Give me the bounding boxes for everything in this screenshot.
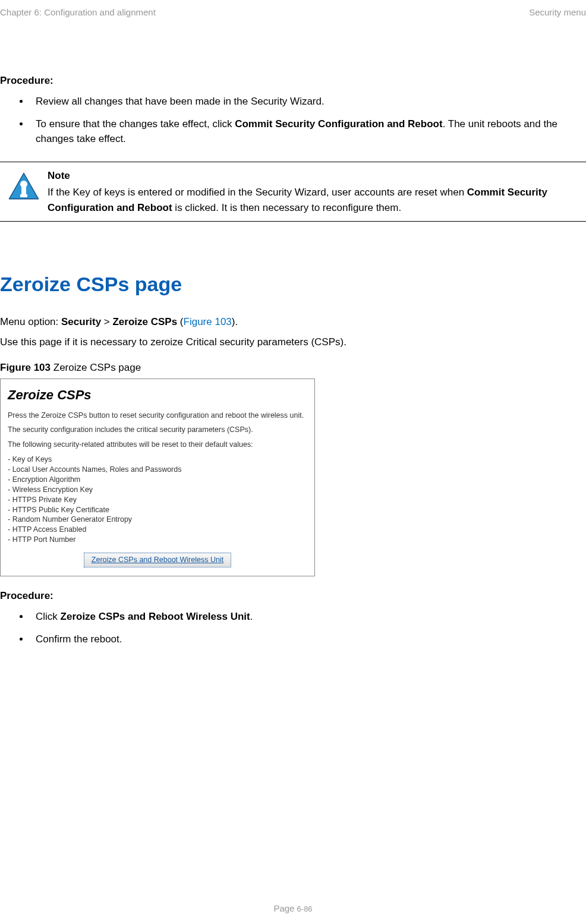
menu-gt: > — [101, 316, 112, 327]
list-item: Confirm the reboot. — [30, 632, 586, 647]
list-item: - HTTP Port Number — [8, 535, 307, 545]
zeroize-csps-button[interactable]: Zeroize CSPs and Reboot Wireless Unit — [84, 553, 231, 567]
figure-caption-bold: Figure 103 — [0, 362, 51, 373]
note-post: is clicked. It is then necessary to reco… — [172, 202, 402, 213]
figure-p3: The following security-related attribute… — [8, 440, 307, 450]
figure-caption: Figure 103 Zeroize CSPs page — [0, 360, 586, 376]
section-title: Zeroize CSPs page — [0, 269, 586, 299]
list-text: Confirm the reboot. — [36, 633, 122, 645]
procedure-1-list: Review all changes that have been made i… — [0, 94, 586, 147]
menu-option-line: Menu option: Security > Zeroize CSPs (Fi… — [0, 314, 586, 330]
figure-p2: The security configuration includes the … — [8, 425, 307, 435]
figure-103-screenshot: Zeroize CSPs Press the Zeroize CSPs butt… — [0, 379, 315, 576]
list-item: - HTTPS Public Key Certificate — [8, 505, 307, 515]
list-item: - Random Number Generator Entropy — [8, 515, 307, 525]
note-icon — [8, 171, 40, 201]
list-item: - Wireless Encryption Key — [8, 485, 307, 495]
list-item: - Key of Keys — [8, 455, 307, 465]
svg-rect-3 — [21, 187, 26, 195]
note-callout: Note If the Key of keys is entered or mo… — [0, 162, 586, 222]
list-item: Click Zeroize CSPs and Reboot Wireless U… — [30, 609, 586, 625]
footer-page-num: 6-86 — [297, 904, 313, 913]
footer-label: Page — [273, 903, 297, 913]
figure-caption-rest: Zeroize CSPs page — [51, 362, 141, 373]
svg-point-2 — [20, 181, 27, 188]
menu-pre: Menu option: — [0, 316, 61, 327]
list-text-post: . — [250, 611, 253, 622]
menu-paren-close: ). — [232, 316, 238, 327]
menu-bold-2: Zeroize CSPs — [112, 316, 177, 327]
list-text: Review all changes that have been made i… — [36, 96, 324, 107]
page-header: Chapter 6: Configuration and alignment S… — [0, 0, 586, 26]
list-text-bold: Zeroize CSPs and Reboot Wireless Unit — [61, 611, 250, 622]
menu-paren-open: ( — [177, 316, 183, 327]
list-item: Review all changes that have been made i… — [30, 94, 586, 109]
note-body: Note If the Key of keys is entered or mo… — [48, 168, 586, 216]
svg-rect-4 — [20, 194, 27, 197]
list-item: - Encryption Algorithm — [8, 475, 307, 485]
figure-inner-title: Zeroize CSPs — [8, 385, 307, 405]
list-item: - HTTPS Private Key — [8, 495, 307, 505]
list-text-pre: To ensure that the changes take effect, … — [36, 118, 235, 130]
procedure-heading-1: Procedure: — [0, 73, 586, 89]
note-pre: If the Key of keys is entered or modifie… — [48, 187, 467, 198]
note-icon-wrap — [0, 168, 48, 201]
list-text-bold: Commit Security Configuration and Reboot — [235, 118, 442, 130]
procedure-heading-2: Procedure: — [0, 588, 586, 604]
list-item: - Local User Accounts Names, Roles and P… — [8, 465, 307, 475]
procedure-2-list: Click Zeroize CSPs and Reboot Wireless U… — [0, 609, 586, 647]
list-text-pre: Click — [36, 611, 61, 622]
menu-bold-1: Security — [61, 316, 101, 327]
header-left: Chapter 6: Configuration and alignment — [0, 6, 156, 20]
section-desc: Use this page if it is necessary to zero… — [0, 335, 586, 350]
figure-reset-list: - Key of Keys - Local User Accounts Name… — [8, 455, 307, 545]
header-right: Security menu — [529, 6, 586, 20]
figure-p1: Press the Zeroize CSPs button to reset s… — [8, 411, 307, 421]
page-footer: Page 6-86 — [0, 902, 586, 916]
note-label: Note — [48, 168, 586, 184]
figure-link[interactable]: Figure 103 — [184, 316, 232, 327]
list-item: - HTTP Access Enabled — [8, 525, 307, 535]
list-item: To ensure that the changes take effect, … — [30, 116, 586, 147]
